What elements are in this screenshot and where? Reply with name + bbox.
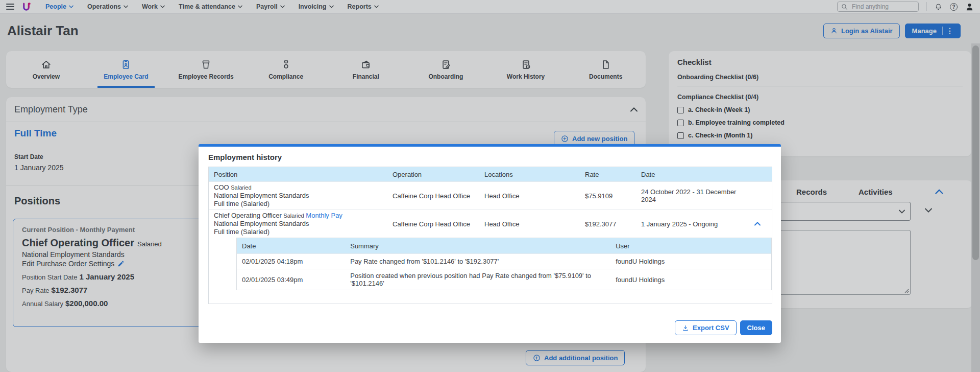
row-position-type: Full time (Salaried) <box>214 228 270 236</box>
col-header-date: Date <box>636 171 743 178</box>
log-col-summary: Summary <box>345 242 610 250</box>
cell-operation: Caffeine Corp Head Office <box>387 192 479 200</box>
row-position-award: National Employment Standards <box>214 220 309 227</box>
cell-date: 1 January 2025 - Ongoing <box>636 220 743 228</box>
log-col-user: User <box>610 242 771 250</box>
close-button[interactable]: Close <box>740 320 772 335</box>
employment-history-table: Position Operation Locations Rate Date C… <box>208 167 772 304</box>
col-header-operation: Operation <box>387 171 479 178</box>
log-cell-date: 02/01/2025 03:49pm <box>237 276 345 284</box>
cell-position: Chief Operating Officer Salaried Monthly… <box>209 212 387 236</box>
col-header-locations: Locations <box>479 171 580 178</box>
log-cell-user: foundU Holdings <box>610 258 771 265</box>
row-position-tag: Salaried <box>231 184 251 191</box>
monthly-pay-link[interactable]: Monthly Pay <box>306 212 342 219</box>
log-header-row: Date Summary User <box>237 238 771 253</box>
cell-rate: $192.3077 <box>580 220 636 228</box>
log-cell-summary: Pay Rate changed from '$101.2146' to '$1… <box>345 258 610 265</box>
cell-locations: Head Office <box>479 220 580 228</box>
modal-footer: Export CSV Close <box>675 320 772 335</box>
collapse-row-chevron-up-icon[interactable] <box>743 222 772 226</box>
cell-operation: Caffeine Corp Head Office <box>387 220 479 228</box>
row-position-award: National Employment Standards <box>214 192 309 199</box>
row-position-title: COO <box>214 183 229 191</box>
app-root: People Operations Work Time & attendance… <box>0 0 980 372</box>
export-csv-button[interactable]: Export CSV <box>675 320 737 335</box>
table-row: Chief Operating Officer Salaried Monthly… <box>209 210 772 238</box>
log-row: 02/01/2025 04:18pm Pay Rate changed from… <box>237 253 771 269</box>
employment-history-modal: Employment history Position Operation Lo… <box>199 144 781 343</box>
table-row: COO Salaried National Employment Standar… <box>209 181 772 210</box>
log-cell-user: foundU Holdings <box>610 276 771 284</box>
row-position-tag: Salaried <box>283 213 304 219</box>
col-header-rate: Rate <box>580 171 636 178</box>
close-label: Close <box>747 324 765 332</box>
row-position-title: Chief Operating Officer <box>214 212 282 219</box>
log-cell-summary: Position created when previous position … <box>345 272 610 287</box>
table-header-row: Position Operation Locations Rate Date <box>209 167 772 181</box>
cell-locations: Head Office <box>479 192 580 200</box>
col-header-position: Position <box>209 171 387 178</box>
cell-position: COO Salaried National Employment Standar… <box>209 183 387 208</box>
position-change-log-table: Date Summary User 02/01/2025 04:18pm Pay… <box>236 238 772 290</box>
cell-rate: $75.9109 <box>580 192 636 200</box>
table-footer-space <box>209 290 772 304</box>
log-row: 02/01/2025 03:49pm Position created when… <box>237 269 771 290</box>
modal-title: Employment history <box>208 153 772 161</box>
export-csv-label: Export CSV <box>693 324 729 332</box>
log-cell-date: 02/01/2025 04:18pm <box>237 258 345 265</box>
cell-date: 24 October 2022 - 31 December 2024 <box>636 188 743 203</box>
download-icon <box>682 324 689 332</box>
row-position-type: Full time (Salaried) <box>214 200 270 207</box>
log-col-date: Date <box>237 242 345 250</box>
